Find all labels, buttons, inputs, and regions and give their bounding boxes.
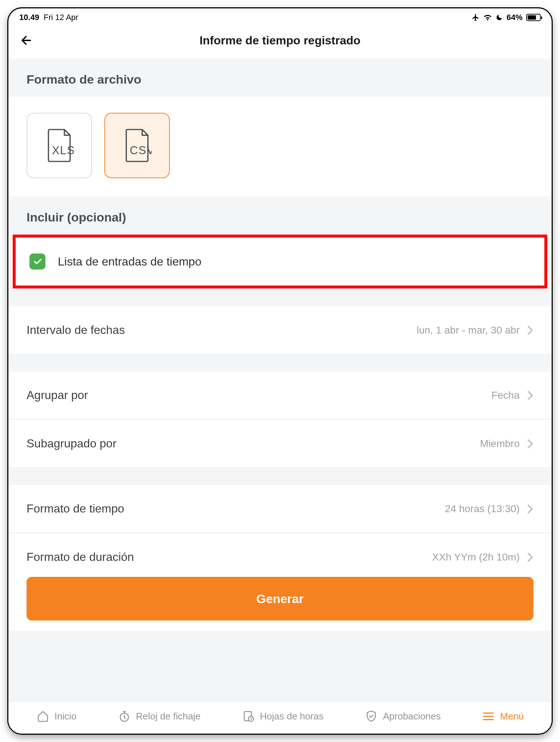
menu-icon: [482, 710, 495, 723]
timesheet-icon: [242, 710, 255, 723]
wifi-icon: [483, 14, 492, 21]
subgroup-by-value: Miembro: [480, 438, 520, 450]
home-icon: [36, 710, 49, 723]
airplane-icon: [472, 13, 480, 21]
tab-approvals[interactable]: Aprobaciones: [365, 710, 441, 723]
chevron-right-icon: [527, 552, 533, 562]
chevron-right-icon: [527, 439, 533, 449]
tab-approvals-label: Aprobaciones: [383, 711, 441, 722]
page-title: Informe de tiempo registrado: [200, 34, 361, 47]
include-time-entries-row[interactable]: Lista de entradas de tiempo: [16, 238, 544, 286]
file-csv-icon: CSV: [123, 128, 152, 163]
file-format-csv[interactable]: CSV: [104, 113, 170, 178]
tab-time-clock[interactable]: Reloj de fichaje: [118, 710, 201, 723]
file-format-header: Formato de archivo: [8, 59, 552, 97]
status-bar: 10.49 Fri 12 Apr 64%: [8, 8, 552, 24]
duration-format-row[interactable]: Formato de duración XXh YYm (2h 10m): [8, 534, 552, 570]
svg-text:CSV: CSV: [130, 144, 152, 157]
duration-format-label: Formato de duración: [27, 550, 134, 564]
arrow-left-icon: [20, 34, 33, 47]
nav-header: Informe de tiempo registrado: [8, 24, 552, 59]
time-format-row[interactable]: Formato de tiempo 24 horas (13:30): [8, 485, 552, 532]
subgroup-by-row[interactable]: Subagrupado por Miembro: [8, 420, 552, 467]
group-by-label: Agrupar por: [27, 388, 88, 402]
generate-button-label: Generar: [256, 592, 304, 606]
tab-menu-label: Menú: [500, 711, 524, 722]
file-format-xls[interactable]: XLS: [27, 113, 92, 178]
tab-timesheets-label: Hojas de horas: [260, 711, 324, 722]
generate-button[interactable]: Generar: [27, 577, 533, 621]
status-date: Fri 12 Apr: [44, 13, 78, 22]
svg-text:XLS: XLS: [52, 144, 74, 157]
time-format-value: 24 horas (13:30): [445, 503, 520, 515]
moon-icon: [496, 14, 503, 21]
battery-icon: [526, 14, 541, 21]
include-time-entries-label: Lista de entradas de tiempo: [58, 255, 201, 268]
date-range-label: Intervalo de fechas: [27, 323, 125, 337]
time-format-label: Formato de tiempo: [27, 502, 124, 515]
subgroup-by-label: Subagrupado por: [27, 437, 116, 450]
date-range-value: lun, 1 abr - mar, 30 abr: [417, 324, 520, 336]
include-header: Incluir (opcional): [8, 196, 552, 235]
tab-home[interactable]: Inicio: [36, 710, 77, 723]
chevron-right-icon: [527, 504, 533, 514]
tab-menu[interactable]: Menú: [482, 710, 524, 723]
duration-format-value: XXh YYm (2h 10m): [432, 551, 520, 563]
chevron-right-icon: [527, 390, 533, 400]
check-icon: [32, 256, 43, 267]
tab-timesheets[interactable]: Hojas de horas: [242, 710, 324, 723]
file-xls-icon: XLS: [45, 128, 74, 163]
group-by-value: Fecha: [491, 390, 520, 401]
tab-bar: Inicio Reloj de fichaje Hojas de horas A…: [8, 701, 552, 734]
stopwatch-icon: [118, 710, 131, 723]
group-by-row[interactable]: Agrupar por Fecha: [8, 372, 552, 419]
tab-time-clock-label: Reloj de fichaje: [136, 711, 201, 722]
chevron-right-icon: [527, 325, 533, 335]
include-time-entries-checkbox[interactable]: [29, 254, 45, 270]
tab-home-label: Inicio: [55, 711, 77, 722]
battery-percent: 64%: [507, 13, 523, 22]
status-time: 10.49: [19, 13, 39, 22]
back-button[interactable]: [19, 33, 34, 48]
date-range-row[interactable]: Intervalo de fechas lun, 1 abr - mar, 30…: [8, 307, 552, 354]
shield-check-icon: [365, 710, 378, 723]
highlight-annotation: Lista de entradas de tiempo: [13, 235, 547, 288]
